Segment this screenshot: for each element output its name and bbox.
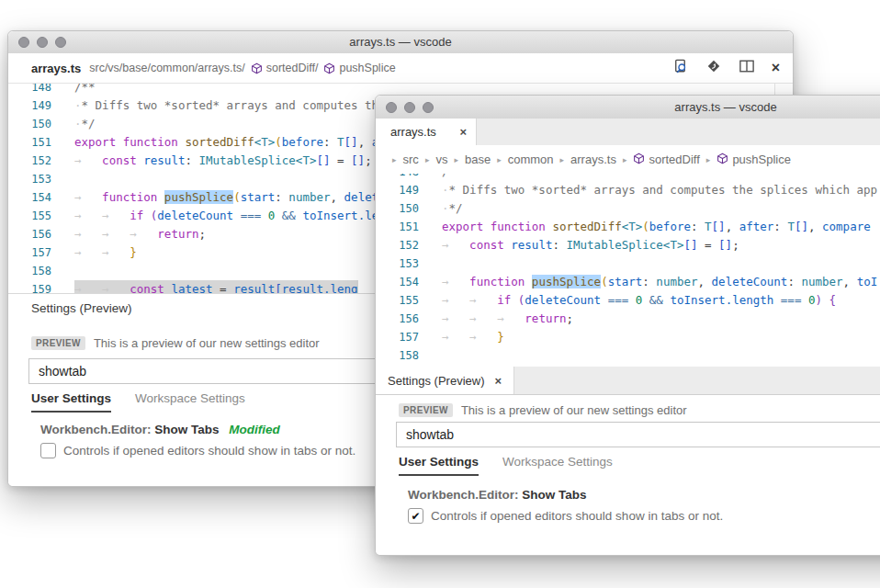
setting-name: Show Tabs xyxy=(522,488,586,502)
tab-workspace-settings[interactable]: Workspace Settings xyxy=(135,391,245,413)
editor-tab-bar: arrays.ts × xyxy=(376,119,880,146)
file-path-breadcrumb[interactable]: src/vs/base/common/arrays.ts/sortedDiff/… xyxy=(89,62,395,74)
tab-close-icon[interactable]: × xyxy=(459,126,467,138)
settings-pane-title: Settings (Preview) xyxy=(31,301,132,315)
path-segment[interactable]: pushSplice xyxy=(339,62,395,74)
editor-title-header: arrays.ts src/vs/base/common/arrays.ts/s… xyxy=(8,53,793,84)
code-text: ·* Diffs two *sorted* arrays and compute… xyxy=(442,181,877,199)
code-line[interactable]: 150·*/ xyxy=(376,199,880,218)
code-line[interactable]: 153 xyxy=(376,254,880,273)
line-number[interactable]: 158 xyxy=(376,346,419,365)
editor-actions: × xyxy=(671,58,780,79)
path-segment[interactable]: sortedDiff/ xyxy=(266,62,319,74)
code-text: /** xyxy=(74,84,96,96)
settings-pane: Settings (Preview) × PREVIEW This is a p… xyxy=(376,367,880,555)
code-line[interactable]: 158 xyxy=(376,346,880,365)
code-line[interactable]: 149·* Diffs two *sorted* arrays and comp… xyxy=(376,181,880,199)
line-number[interactable]: 154 xyxy=(8,188,51,207)
breadcrumb-item[interactable]: base xyxy=(465,153,491,166)
preview-text: This is a preview of our new settings ed… xyxy=(461,403,687,417)
line-number[interactable]: 150 xyxy=(376,199,419,218)
code-line[interactable]: 154→ function pushSplice(start: number, … xyxy=(376,273,880,291)
settings-scope-tabs: User SettingsWorkspace Settings xyxy=(31,391,245,413)
code-text: → → } xyxy=(442,328,504,346)
chevron-right-icon: ▸ xyxy=(560,155,565,164)
chevron-right-icon: ▸ xyxy=(706,155,711,164)
chevron-right-icon: ▸ xyxy=(392,155,397,164)
symbol-cube-icon xyxy=(633,153,645,167)
chevron-right-icon: ▸ xyxy=(454,155,458,164)
breadcrumb-item[interactable]: vs xyxy=(435,153,447,166)
chevron-right-icon: ▸ xyxy=(425,155,430,164)
path-segment[interactable]: src/vs/base/common/arrays.ts/ xyxy=(89,62,245,74)
setting-item: Workbench.Editor: Show Tabs ✔ Controls i… xyxy=(408,488,723,524)
code-line[interactable]: 157→ → } xyxy=(376,328,880,346)
setting-item: Workbench.Editor: Show Tabs Modified Con… xyxy=(40,423,355,458)
window-title: arrays.ts — vscode xyxy=(8,31,793,53)
symbol-cube-icon xyxy=(323,62,335,74)
code-line[interactable]: 152→ const result: IMutableSplice<T>[] =… xyxy=(376,236,880,254)
line-number[interactable]: 156 xyxy=(376,310,419,328)
line-number[interactable]: 158 xyxy=(8,262,51,280)
line-number[interactable]: 155 xyxy=(8,207,51,225)
settings-search-input[interactable] xyxy=(396,422,880,447)
breadcrumb-item[interactable]: sortedDiff xyxy=(633,153,699,167)
breadcrumb-item[interactable]: arrays.ts xyxy=(570,153,616,166)
line-number[interactable]: 154 xyxy=(376,273,419,291)
tab-label: arrays.ts xyxy=(390,125,436,139)
file-name-label: arrays.ts xyxy=(31,62,81,75)
code-line[interactable]: 155→ → if (deleteCount === 0 && toInsert… xyxy=(376,291,880,310)
code-editor[interactable]: 148/**149·* Diffs two *sorted* arrays an… xyxy=(376,174,880,367)
breadcrumb-item[interactable]: src xyxy=(403,153,419,166)
setting-category: Workbench.Editor: xyxy=(40,423,152,436)
close-editor-button[interactable]: × xyxy=(772,61,780,75)
code-text: → const result: IMutableSplice<T>[] = []… xyxy=(442,236,739,254)
close-icon: × xyxy=(772,61,780,75)
front-window: arrays.ts — vscode arrays.ts × ▸src▸vs▸b… xyxy=(375,95,880,556)
code-line[interactable]: 151export function sortedDiff<T>(before:… xyxy=(376,218,880,236)
find-in-file-button[interactable] xyxy=(671,58,689,79)
tab-close-icon[interactable]: × xyxy=(494,375,502,387)
tab-arrays-ts[interactable]: arrays.ts × xyxy=(376,119,477,145)
line-number[interactable]: 148 xyxy=(8,84,51,96)
symbol-cube-icon xyxy=(716,153,728,167)
line-number[interactable]: 157 xyxy=(376,328,419,346)
tab-settings-preview[interactable]: Settings (Preview) × xyxy=(376,367,514,394)
tab-user-settings[interactable]: User Settings xyxy=(31,391,111,413)
line-number[interactable]: 150 xyxy=(8,115,51,133)
back-titlebar[interactable]: arrays.ts — vscode xyxy=(8,31,793,54)
code-text: → const result: IMutableSplice<T>[] = []… xyxy=(74,152,372,170)
show-tabs-checkbox[interactable]: ✔ xyxy=(408,508,423,524)
tab-workspace-settings[interactable]: Workspace Settings xyxy=(502,455,613,476)
code-text: → → if (deleteCount === 0 && toInsert.le… xyxy=(442,291,836,310)
breadcrumb-item[interactable]: pushSplice xyxy=(716,153,791,167)
preview-badge: PREVIEW xyxy=(31,336,85,350)
line-number[interactable]: 155 xyxy=(376,291,419,310)
line-number[interactable]: 157 xyxy=(8,243,51,262)
setting-description: Controls if opened editors should show i… xyxy=(431,509,723,523)
line-number[interactable]: 151 xyxy=(8,133,51,152)
split-editor-icon xyxy=(739,59,755,77)
front-titlebar[interactable]: arrays.ts — vscode xyxy=(376,96,880,119)
line-number[interactable]: 153 xyxy=(376,254,419,273)
line-number[interactable]: 149 xyxy=(376,181,419,199)
line-number[interactable]: 151 xyxy=(376,218,419,236)
code-text: → function pushSplice(start: number, del… xyxy=(442,273,877,291)
line-number[interactable]: 152 xyxy=(376,236,419,254)
line-number[interactable]: 156 xyxy=(8,225,51,243)
setting-title: Workbench.Editor: Show Tabs xyxy=(408,488,723,502)
show-tabs-checkbox[interactable] xyxy=(40,443,56,458)
code-text: → → } xyxy=(74,243,137,262)
line-number[interactable]: 152 xyxy=(8,152,51,170)
line-number[interactable]: 153 xyxy=(8,170,51,188)
tab-user-settings[interactable]: User Settings xyxy=(399,455,479,476)
line-number[interactable]: 159 xyxy=(8,280,51,293)
line-number[interactable]: 148 xyxy=(376,174,419,181)
open-changes-button[interactable] xyxy=(705,58,722,78)
code-line[interactable]: 156→ → → return; xyxy=(376,310,880,328)
split-editor-button[interactable] xyxy=(739,59,755,77)
line-number[interactable]: 149 xyxy=(8,96,51,115)
code-text: /** xyxy=(442,174,463,181)
code-line[interactable]: 148/** xyxy=(376,174,880,181)
breadcrumb-item[interactable]: common xyxy=(508,153,554,166)
